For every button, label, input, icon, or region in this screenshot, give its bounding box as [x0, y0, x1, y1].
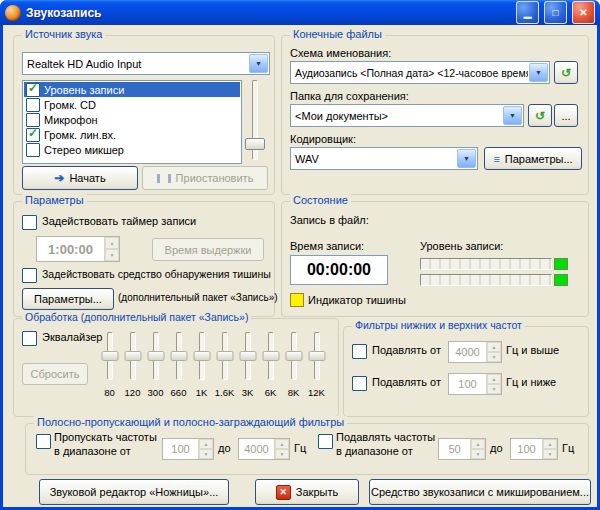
browse-folder-button[interactable]: ...	[554, 104, 578, 127]
close-button[interactable]: ✕	[572, 1, 595, 24]
spin-up-icon[interactable]: ▲	[199, 439, 213, 449]
checkbox[interactable]	[26, 98, 40, 112]
equalizer-band[interactable]: 80	[98, 329, 121, 403]
checkbox[interactable]	[26, 143, 40, 157]
pause-button[interactable]: Приостановить	[142, 166, 268, 190]
bandpass-label-line2: в диапазоне от	[54, 444, 157, 458]
suppress-high-checkbox-row[interactable]: Подавлять от	[352, 344, 441, 359]
slider-thumb[interactable]	[193, 351, 210, 361]
chevron-down-icon[interactable]: ▼	[457, 149, 476, 168]
equalizer-band[interactable]: 120	[121, 329, 144, 403]
close-app-button[interactable]: ✕ Закрыть	[255, 479, 359, 505]
titlebar[interactable]: Звукозапись ▁ □ ✕	[0, 0, 600, 25]
start-button[interactable]: ➔ Начать	[22, 166, 138, 190]
spinner-buttons[interactable]: ▲ ▼	[486, 374, 501, 394]
silence-detect-checkbox[interactable]	[22, 268, 37, 283]
bandpass-from-value: 100	[163, 439, 198, 459]
checkbox[interactable]	[26, 83, 40, 97]
audio-device-select[interactable]: Realtek HD Audio Input ▼	[22, 52, 270, 75]
chevron-down-icon[interactable]: ▼	[249, 54, 268, 73]
equalizer-band[interactable]: 8K	[282, 329, 305, 403]
suppress-low-checkbox[interactable]	[352, 376, 367, 391]
slider-thumb[interactable]	[101, 351, 118, 361]
spin-up-icon[interactable]: ▲	[487, 374, 501, 384]
spin-down-icon[interactable]: ▼	[471, 449, 485, 459]
spinner-buttons[interactable]: ▲ ▼	[470, 439, 485, 459]
encoder-select[interactable]: WAV ▼	[290, 147, 478, 170]
naming-variables-button[interactable]: ↺	[554, 61, 578, 84]
bandstop-checkbox[interactable]	[318, 434, 333, 449]
spin-up-icon[interactable]: ▲	[275, 439, 289, 449]
suppress-low-checkbox-row[interactable]: Подавлять от	[352, 376, 441, 391]
reset-button[interactable]: Сбросить	[22, 363, 88, 385]
slider-thumb[interactable]	[216, 351, 233, 361]
hold-time-button[interactable]: Время выдержки	[152, 238, 264, 261]
slider-thumb[interactable]	[308, 351, 325, 361]
spinner-buttons[interactable]: ▲ ▼	[542, 439, 557, 459]
spinner-buttons[interactable]: ▲ ▼	[486, 342, 501, 362]
spin-down-icon[interactable]: ▼	[275, 449, 289, 459]
chevron-down-icon[interactable]: ▼	[503, 106, 522, 125]
folder-variables-button[interactable]: ↺	[528, 104, 552, 127]
maximize-button[interactable]: □	[544, 1, 567, 24]
timer-label: Задействовать таймер записи	[42, 215, 196, 227]
checkbox[interactable]	[26, 128, 40, 142]
list-item[interactable]: Микрофон	[24, 112, 240, 127]
bandpass-from-spinner[interactable]: 100 ▲ ▼	[162, 438, 214, 460]
sound-editor-button[interactable]: Звуковой редактор «Ножницы»...	[39, 479, 229, 505]
spin-up-icon[interactable]: ▲	[487, 342, 501, 352]
slider-thumb[interactable]	[147, 351, 164, 361]
spin-down-icon[interactable]: ▼	[543, 449, 557, 459]
equalizer-band[interactable]: 6K	[259, 329, 282, 403]
timer-checkbox-row[interactable]: Задействовать таймер записи	[22, 215, 196, 230]
equalizer-band[interactable]: 3K	[236, 329, 259, 403]
slider-thumb[interactable]	[124, 351, 141, 361]
spin-down-icon[interactable]: ▼	[199, 449, 213, 459]
low-freq-spinner[interactable]: 100 ▲ ▼	[448, 373, 502, 395]
spin-up-icon[interactable]: ▲	[105, 237, 119, 249]
minimize-button[interactable]: ▁	[516, 1, 539, 24]
mixer-recorder-button[interactable]: Средство звукозаписи с микшированием...	[369, 479, 591, 505]
spin-down-icon[interactable]: ▼	[105, 249, 119, 261]
equalizer-band[interactable]: 1K	[190, 329, 213, 403]
slider-thumb[interactable]	[239, 351, 256, 361]
spinner-buttons[interactable]: ▲ ▼	[198, 439, 213, 459]
slider-thumb[interactable]	[285, 351, 302, 361]
list-item[interactable]: Громк. CD	[24, 97, 240, 112]
timer-value-spinner[interactable]: 1:00:00 ▲ ▼	[36, 236, 120, 262]
bandstop-from-spinner[interactable]: 50 ▲ ▼	[438, 438, 486, 460]
checkbox[interactable]	[26, 113, 40, 127]
spin-up-icon[interactable]: ▲	[543, 439, 557, 449]
spin-up-icon[interactable]: ▲	[471, 439, 485, 449]
suppress-high-checkbox[interactable]	[352, 344, 367, 359]
equalizer-band[interactable]: 660	[167, 329, 190, 403]
silence-detect-checkbox-row[interactable]: Задействовать средство обнаружения тишин…	[22, 268, 271, 283]
timer-checkbox[interactable]	[22, 215, 37, 230]
slider-thumb[interactable]	[245, 138, 265, 150]
equalizer-band[interactable]: 300	[144, 329, 167, 403]
naming-scheme-select[interactable]: Аудиозапись <Полная дата> <12-часовое вр…	[290, 61, 550, 84]
equalizer-checkbox[interactable]	[22, 331, 37, 346]
list-item[interactable]: Стерео микшер	[24, 142, 240, 157]
slider-thumb[interactable]	[170, 351, 187, 361]
detector-params-button[interactable]: Параметры...	[22, 288, 114, 310]
encoder-params-button[interactable]: ≡ Параметры...	[484, 147, 582, 170]
list-item[interactable]: Уровень записи	[24, 82, 240, 97]
equalizer-band[interactable]: 1.6K	[213, 329, 236, 403]
chevron-down-icon[interactable]: ▼	[529, 63, 548, 82]
save-folder-select[interactable]: <Мои документы> ▼	[290, 104, 524, 127]
volume-slider[interactable]	[244, 80, 266, 160]
slider-thumb[interactable]	[262, 351, 279, 361]
spinner-buttons[interactable]: ▲ ▼	[104, 237, 119, 261]
spin-down-icon[interactable]: ▼	[487, 352, 501, 362]
equalizer-band[interactable]: 12K	[305, 329, 328, 403]
high-freq-spinner[interactable]: 4000 ▲ ▼	[448, 341, 502, 363]
list-item[interactable]: Громк. лин.вх.	[24, 127, 240, 142]
bandstop-to-spinner[interactable]: 100 ▲ ▼	[510, 438, 558, 460]
spin-down-icon[interactable]: ▼	[487, 384, 501, 394]
bandpass-checkbox[interactable]	[36, 434, 51, 449]
equalizer-checkbox-row[interactable]: Эквалайзер	[22, 331, 102, 346]
channel-list[interactable]: Уровень записи Громк. CD Микрофон Громк.…	[22, 80, 242, 164]
spinner-buttons[interactable]: ▲ ▼	[274, 439, 289, 459]
bandpass-to-spinner[interactable]: 4000 ▲ ▼	[238, 438, 290, 460]
